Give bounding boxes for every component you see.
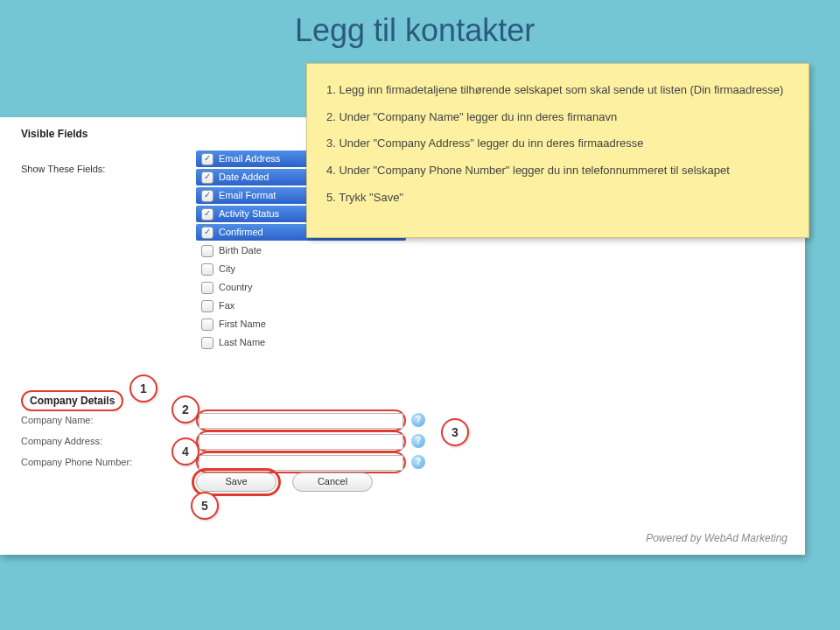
company-name-input[interactable] [199,413,403,429]
help-panel: 1. Legg inn firmadetaljene tilhørende se… [306,63,809,238]
help-line-2: 2. Under "Company Name" legger du inn de… [326,107,789,129]
checkbox-icon[interactable]: ✓ [201,153,214,165]
help-line-4: 4. Under "Company Phone Number" legger d… [326,160,789,182]
field-label: City [219,262,235,276]
checkbox-icon[interactable]: ✓ [201,263,214,276]
callout-5: 5 [191,492,219,520]
field-label: Email Address [219,151,280,166]
help-line-1: 1. Legg inn firmadetaljene tilhørende se… [326,80,789,102]
button-row: Save Cancel [196,472,373,492]
field-row[interactable]: ✓Fax [196,298,406,314]
company-name-label: Company Name: [21,415,196,425]
checkbox-icon[interactable]: ✓ [201,318,214,331]
field-label: Fax [219,298,234,313]
field-row[interactable]: ✓City [196,261,406,277]
field-label: Birth Date [219,243,262,258]
company-address-label: Company Address: [21,436,196,446]
company-phone-input[interactable] [199,455,403,471]
field-label: Date Added [219,170,270,185]
checkbox-icon[interactable]: ✓ [201,300,214,312]
callout-3: 3 [441,418,469,446]
checkbox-icon[interactable]: ✓ [201,337,214,349]
checkbox-icon[interactable]: ✓ [201,227,214,239]
callout-1: 1 [130,374,158,402]
field-label: Email Format [219,188,276,203]
show-these-fields-label: Show These Fields: [21,164,105,174]
help-line-5: 5. Trykk "Save" [326,187,789,209]
help-icon[interactable]: ? [411,434,425,448]
company-details-header: Company Details [21,390,123,411]
checkbox-icon[interactable]: ✓ [201,172,214,184]
help-line-3: 3. Under "Company Address" legger du inn… [326,133,789,155]
footer-text: Powered by WebAd Marketing [646,532,788,544]
company-address-input[interactable] [199,434,403,450]
field-label: Last Name [219,335,265,350]
field-row[interactable]: ✓Last Name [196,334,406,351]
callout-2: 2 [172,396,200,424]
help-icon[interactable]: ? [411,413,425,427]
callout-4: 4 [172,438,200,466]
field-row[interactable]: ✓Birth Date [196,242,406,259]
checkbox-icon[interactable]: ✓ [201,245,214,257]
field-label: First Name [219,317,266,332]
field-row[interactable]: ✓First Name [196,316,406,332]
save-button[interactable]: Save [196,472,276,492]
field-row[interactable]: ✓Country [196,279,406,296]
company-phone-label: Company Phone Number: [21,457,196,467]
cancel-button[interactable]: Cancel [292,472,373,492]
checkbox-icon[interactable]: ✓ [201,190,214,202]
field-label: Country [219,280,253,295]
checkbox-icon[interactable]: ✓ [201,282,214,294]
help-icon[interactable]: ? [411,455,425,469]
checkbox-icon[interactable]: ✓ [201,208,214,220]
page-title: Legg til kontakter [295,12,535,49]
field-label: Confirmed [219,225,263,240]
field-label: Activity Status [219,206,279,221]
